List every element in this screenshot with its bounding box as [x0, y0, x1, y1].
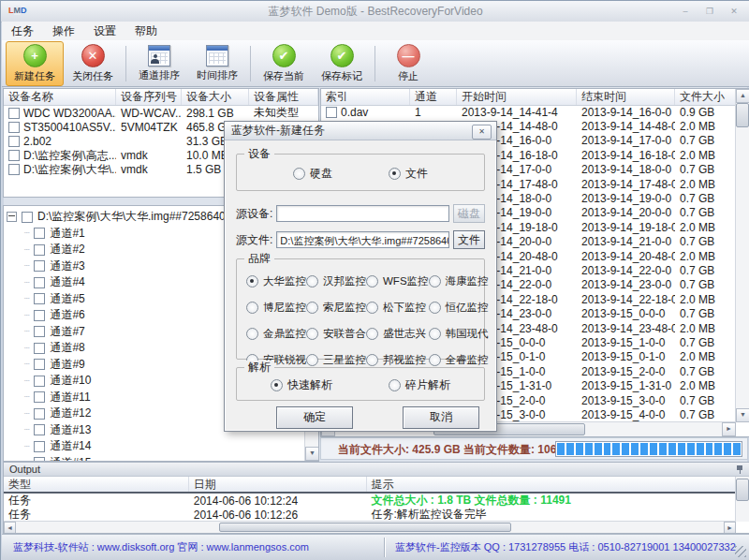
- stop-button[interactable]: —停止: [379, 41, 437, 86]
- close-task-button[interactable]: ✕关闭任务: [64, 41, 122, 86]
- row-checkbox[interactable]: [8, 164, 20, 175]
- minimize-icon[interactable]: –: [677, 6, 694, 18]
- source-device-input[interactable]: [276, 205, 449, 222]
- tree-checkbox[interactable]: [34, 277, 45, 288]
- scroll-down-icon[interactable]: [305, 447, 319, 461]
- scroll-down-icon[interactable]: [736, 408, 749, 422]
- column-header-提示[interactable]: 提示: [367, 477, 736, 492]
- file-table-vscrollbar[interactable]: [735, 89, 749, 422]
- brand-radio-韩国现代[interactable]: 韩国现代: [429, 327, 489, 341]
- brand-radio-金鼎监控[interactable]: 金鼎监控: [246, 327, 306, 341]
- brand-radio-海康监控[interactable]: 海康监控: [429, 274, 489, 288]
- menu-item-任务[interactable]: 任务: [2, 22, 43, 40]
- new-task-button[interactable]: +新建任务: [6, 41, 64, 86]
- brand-radio-全睿监控[interactable]: 全睿监控: [429, 353, 489, 367]
- brand-radio-WFS监控[interactable]: WFS监控: [366, 274, 429, 288]
- tree-checkbox[interactable]: [34, 408, 45, 420]
- maximize-icon[interactable]: ❐: [701, 6, 718, 18]
- menu-item-帮助[interactable]: 帮助: [125, 22, 167, 40]
- tree-checkbox[interactable]: [34, 359, 45, 370]
- brand-radio-安联普合[interactable]: 安联普合: [306, 327, 366, 341]
- scroll-up-icon[interactable]: [736, 89, 749, 103]
- row-checkbox[interactable]: [8, 122, 20, 133]
- tree-guide-icon: ┄: [24, 327, 29, 336]
- resize-grip-icon[interactable]: [735, 546, 746, 557]
- scroll-thumb[interactable]: [736, 479, 749, 501]
- scroll-thumb[interactable]: [736, 103, 749, 127]
- row-checkbox[interactable]: [8, 136, 20, 147]
- output-row[interactable]: 任务2014-06-06 10:12:26任务:解析监控设备完毕: [4, 508, 736, 522]
- window-title: 蓝梦软件 Demo版 - BestRecoveryForVideo: [1, 1, 749, 22]
- row-checkbox[interactable]: [326, 107, 337, 118]
- scroll-right-icon[interactable]: [724, 522, 736, 534]
- channel-sort-button[interactable]: 通道排序: [130, 41, 188, 86]
- pin-icon[interactable]: [736, 465, 743, 474]
- brand-radio-松下监控[interactable]: 松下监控: [366, 301, 429, 315]
- parse-radio-快速解析[interactable]: 快速解析: [271, 377, 332, 393]
- ok-button[interactable]: 确定: [276, 406, 353, 429]
- tree-checkbox[interactable]: [34, 260, 45, 272]
- tree-checkbox[interactable]: [34, 310, 45, 321]
- file-button[interactable]: 文件: [453, 230, 485, 249]
- device-radio-文件[interactable]: 文件: [389, 166, 428, 182]
- menu-item-操作[interactable]: 操作: [43, 22, 84, 40]
- column-header-开始时间[interactable]: 开始时间: [457, 89, 577, 105]
- menu-item-设置[interactable]: 设置: [84, 22, 125, 40]
- brand-radio-三星监控[interactable]: 三星监控: [306, 353, 366, 367]
- channel-sort-label: 通道排序: [139, 68, 180, 82]
- cancel-button[interactable]: 取消: [403, 406, 479, 429]
- statusbar-left-text: 蓝梦科技-软件站 : www.disksoft.org 官网 : www.lan…: [13, 540, 309, 554]
- row-checkbox[interactable]: [8, 108, 20, 119]
- cell-text: 0.7 GB: [680, 394, 714, 407]
- column-header-日期[interactable]: 日期: [189, 477, 367, 492]
- output-row[interactable]: 任务2014-06-06 10:12:24文件总大小 : 1.8 TB 文件总数…: [4, 494, 736, 508]
- brand-radio-博尼监控[interactable]: 博尼监控: [246, 301, 306, 315]
- save-current-button[interactable]: ✔保存当前: [255, 41, 313, 86]
- output-hscrollbar[interactable]: [4, 521, 736, 533]
- tree-channel-item[interactable]: ┄通道#15: [4, 455, 318, 463]
- save-marked-button[interactable]: ✔保存标记: [313, 41, 371, 86]
- tree-checkbox[interactable]: [34, 391, 45, 403]
- column-header-设备序列号[interactable]: 设备序列号: [116, 89, 182, 105]
- column-header-设备名称[interactable]: 设备名称: [4, 89, 116, 105]
- tree-checkbox[interactable]: [22, 212, 33, 223]
- brand-radio-汉邦监控[interactable]: 汉邦监控: [306, 274, 366, 288]
- close-icon[interactable]: ✕: [726, 6, 742, 18]
- output-vscrollbar[interactable]: [735, 477, 749, 522]
- tree-checkbox[interactable]: [34, 424, 45, 435]
- disk-button[interactable]: 磁盘: [453, 204, 485, 223]
- scroll-thumb[interactable]: [219, 523, 511, 532]
- tree-checkbox[interactable]: [34, 326, 45, 337]
- brand-radio-盛世志兴[interactable]: 盛世志兴: [366, 327, 429, 341]
- time-sort-button[interactable]: 时间排序: [188, 41, 246, 86]
- tree-checkbox[interactable]: [34, 343, 45, 354]
- brand-radio-索尼监控[interactable]: 索尼监控: [306, 301, 366, 315]
- tree-channel-label: 通道#9: [50, 357, 84, 373]
- column-header-设备大小[interactable]: 设备大小: [182, 89, 249, 105]
- tree-checkbox[interactable]: [34, 441, 45, 452]
- column-header-文件大小[interactable]: 文件大小: [675, 89, 736, 105]
- brand-radio-邦视监控[interactable]: 邦视监控: [366, 353, 429, 367]
- dialog-close-icon[interactable]: ✕: [472, 125, 492, 140]
- column-header-设备属性[interactable]: 设备属性: [249, 89, 318, 105]
- column-header-类型[interactable]: 类型: [4, 477, 189, 492]
- parse-radio-碎片解析[interactable]: 碎片解析: [389, 377, 450, 393]
- source-file-input[interactable]: D:\监控案例\大华\大华.img##7258640: [276, 231, 449, 248]
- row-checkbox[interactable]: [8, 150, 20, 161]
- table-row[interactable]: WDC WD3200AA...WD-WCAV...298.1 GB未知类型: [4, 106, 318, 120]
- tree-checkbox[interactable]: [34, 376, 45, 387]
- brand-radio-恒亿监控[interactable]: 恒亿监控: [429, 301, 489, 315]
- column-header-结束时间[interactable]: 结束时间: [577, 89, 675, 105]
- table-row[interactable]: 0.dav12013-9-14_14-41-42013-9-14_16-0-00…: [321, 105, 736, 119]
- device-radio-硬盘[interactable]: 硬盘: [293, 166, 332, 182]
- column-header-通道[interactable]: 通道: [410, 89, 457, 105]
- tree-checkbox[interactable]: [34, 244, 45, 256]
- tree-checkbox[interactable]: [34, 293, 45, 304]
- column-header-索引[interactable]: 索引: [321, 89, 410, 105]
- scroll-left-icon[interactable]: [4, 522, 16, 534]
- scroll-right-icon[interactable]: [722, 422, 736, 436]
- tree-channel-item[interactable]: ┄通道#14: [4, 438, 318, 455]
- expander-icon[interactable]: [7, 212, 17, 222]
- tree-checkbox[interactable]: [34, 228, 45, 239]
- brand-radio-大华监控[interactable]: 大华监控: [246, 274, 306, 288]
